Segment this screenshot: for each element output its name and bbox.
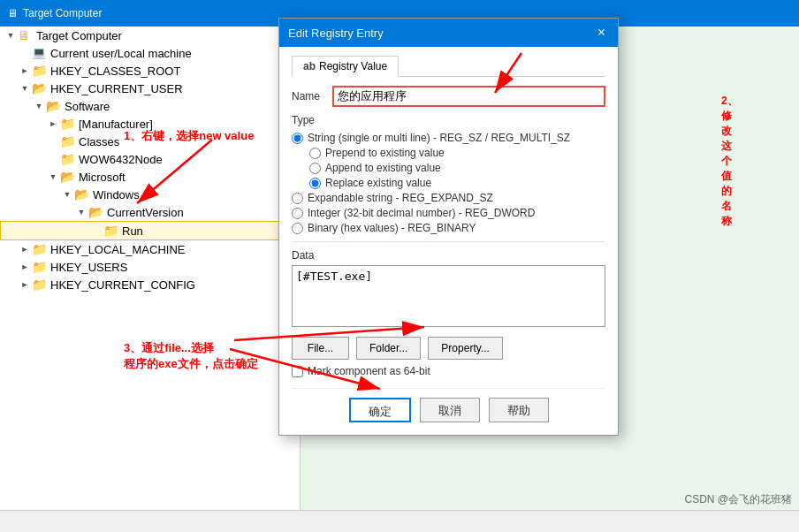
radio-integer[interactable] (292, 208, 303, 219)
tree-item-label: CurrentVersion (107, 206, 184, 219)
tree-item-run[interactable]: 📁 Run (0, 221, 300, 240)
tree-item-label: Run (122, 224, 143, 238)
tree-item-hkey-current-config[interactable]: ► 📁 HKEY_CURRENT_CONFIG (0, 276, 300, 293)
radio-row-2: Prepend to existing value (292, 147, 605, 159)
file-button[interactable]: File... (292, 337, 349, 360)
expand-arrow: ► (18, 245, 32, 254)
tree-item-label: HKEY_CURRENT_CONFIG (50, 278, 195, 292)
folder-button[interactable]: Folder... (356, 337, 421, 360)
folder-icon: 🖥 (18, 28, 34, 42)
tree-item-label: HKEY_USERS (50, 261, 127, 274)
status-bar (0, 510, 799, 532)
tree-item-hkey-local-machine[interactable]: ► 📁 HKEY_LOCAL_MACHINE (0, 240, 300, 258)
radio-replace[interactable] (309, 178, 321, 189)
tree-item-target[interactable]: ▼ 🖥 Target Computer (0, 27, 300, 44)
name-field-row: Name (292, 86, 605, 107)
folder-icon: 📂 (32, 81, 48, 95)
tab-registry-value[interactable]: ab Registry Value (292, 56, 399, 77)
name-label: Name (292, 90, 327, 103)
watermark: CSDN @会飞的花班猪 (684, 492, 792, 507)
annotation-2: 2、修改这个值的名称 (721, 94, 738, 229)
radio-row-7: Binary (hex values) - REG_BINARY (292, 222, 605, 234)
cancel-button[interactable]: 取消 (420, 398, 480, 422)
radio-row-5: Expandable string - REG_EXPAND_SZ (292, 192, 605, 204)
folder-icon: 📁 (60, 117, 76, 131)
tab-icon: ab (303, 60, 316, 72)
expand-arrow: ▼ (32, 102, 46, 110)
tree-item-local-machine[interactable]: 💻 Current user/Local machine (0, 44, 300, 62)
type-label: Type (292, 114, 605, 126)
tree-item-hkey-classes-root[interactable]: ► 📁 HKEY_CLASSES_ROOT (0, 62, 300, 80)
tree-item-software[interactable]: ▼ 📂 Software (0, 97, 300, 115)
computer-icon: 🖥 (7, 7, 18, 19)
tree-item-classes[interactable]: 📁 Classes (0, 133, 300, 150)
tree-item-label: WOW6432Node (79, 153, 163, 166)
name-input[interactable] (332, 86, 605, 107)
folder-icon: 📂 (60, 170, 76, 184)
radio-expand-label: Expandable string - REG_EXPAND_SZ (308, 192, 493, 204)
radio-row-3: Append to existing value (292, 162, 605, 174)
tree-item-label: Microsoft (79, 171, 126, 184)
radio-expand[interactable] (292, 193, 303, 204)
folder-icon: 📂 (46, 99, 62, 113)
checkbox-row: Mark component as 64-bit (292, 365, 605, 377)
folder-icon: 📁 (32, 64, 48, 78)
tree-item-label: Classes (79, 135, 119, 148)
expand-arrow: ▼ (18, 84, 32, 93)
radio-binary-label: Binary (hex values) - REG_BINARY (308, 222, 476, 234)
data-textarea[interactable] (292, 265, 605, 327)
file-buttons-row: File... Folder... Property... (292, 337, 605, 360)
folder-icon: 📁 (32, 277, 48, 292)
radio-append-label: Append to existing value (325, 162, 441, 174)
tree-item-label: Software (65, 100, 110, 113)
expand-arrow: ▼ (60, 190, 74, 199)
tab-bar: ab Registry Value (292, 56, 605, 77)
property-button[interactable]: Property... (428, 337, 502, 360)
64bit-checkbox[interactable] (292, 366, 303, 377)
folder-icon: 📁 (32, 242, 48, 256)
tree-item-microsoft[interactable]: ▼ 📂 Microsoft (0, 168, 300, 186)
data-label: Data (292, 249, 605, 262)
radio-prepend[interactable] (309, 148, 321, 159)
tree-item-currentversion[interactable]: ▼ 📂 CurrentVersion (0, 203, 300, 221)
expand-arrow: ▼ (74, 208, 88, 217)
help-button[interactable]: 帮助 (489, 398, 549, 422)
dialog-content: ab Registry Value Name 2、修改这个值的名称 Type (279, 47, 618, 435)
tree-item-label: HKEY_CURRENT_USER (50, 82, 183, 95)
tree-item-hkey-current-user[interactable]: ▼ 📂 HKEY_CURRENT_USER (0, 80, 300, 97)
tree-item-hkey-users[interactable]: ► 📁 HKEY_USERS (0, 258, 300, 276)
radio-append[interactable] (309, 163, 321, 174)
expand-arrow: ▼ (4, 31, 18, 40)
expand-arrow: ▼ (46, 172, 60, 181)
expand-arrow: ► (18, 280, 32, 289)
dialog-titlebar: Edit Registry Entry × (279, 19, 618, 47)
edit-registry-dialog[interactable]: Edit Registry Entry × ab Registry Value … (278, 18, 619, 436)
expand-arrow: ► (18, 66, 32, 75)
dialog-close-button[interactable]: × (594, 26, 609, 40)
radio-replace-label: Replace existing value (325, 177, 431, 189)
tree-item-label: [Manufacturer] (79, 118, 153, 131)
tree-item-wow6432node[interactable]: 📁 WOW6432Node (0, 150, 300, 168)
radio-string[interactable] (292, 133, 303, 144)
separator (292, 241, 605, 242)
expand-arrow: ► (18, 262, 32, 271)
computer-icon: 💻 (32, 46, 48, 60)
ok-button[interactable]: 确定 (349, 398, 411, 422)
radio-binary[interactable] (292, 223, 303, 234)
radio-row-1: String (single or multi line) - REG_SZ /… (292, 132, 605, 144)
radio-prepend-label: Prepend to existing value (325, 147, 445, 159)
main-window: 🖥 Target Computer ▼ 🖥 Target Computer 💻 … (0, 0, 799, 532)
tree-item-label: HKEY_LOCAL_MACHINE (50, 243, 185, 256)
tree-item-label: HKEY_CLASSES_ROOT (50, 65, 180, 78)
radio-type-group: String (single or multi line) - REG_SZ /… (292, 132, 605, 234)
radio-string-label: String (single or multi line) - REG_SZ /… (308, 132, 570, 144)
dialog-title: Edit Registry Entry (288, 27, 384, 40)
dialog-action-buttons: 确定 取消 帮助 (292, 388, 605, 422)
64bit-label: Mark component as 64-bit (308, 365, 430, 377)
tree-item-label: Windows (93, 188, 140, 201)
registry-tree-panel: ▼ 🖥 Target Computer 💻 Current user/Local… (0, 27, 301, 510)
radio-row-6: Integer (32-bit decimal number) - REG_DW… (292, 207, 605, 219)
folder-icon: 📂 (74, 187, 90, 201)
tree-item-manufacturer[interactable]: ► 📁 [Manufacturer] (0, 115, 300, 133)
tree-item-windows[interactable]: ▼ 📂 Windows (0, 186, 300, 203)
